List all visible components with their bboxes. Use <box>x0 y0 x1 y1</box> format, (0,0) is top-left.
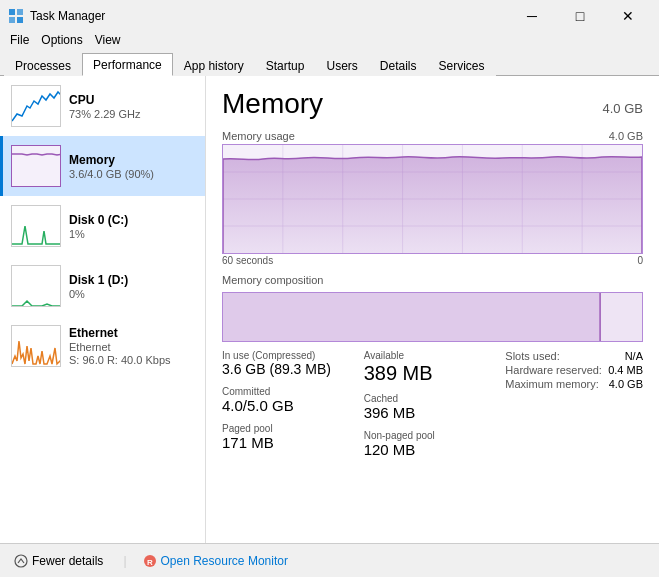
right-stats: Slots used: N/A Hardware reserved: 0.4 M… <box>505 350 643 459</box>
stats-grid: In use (Compressed) 3.6 GB (89.3 MB) Com… <box>222 350 643 459</box>
cached-label: Cached <box>364 393 502 404</box>
slots-used-value: N/A <box>625 350 643 362</box>
maximum-memory-value: 4.0 GB <box>609 378 643 390</box>
non-paged-value: 120 MB <box>364 441 502 459</box>
disk0-label: Disk 0 (C:) <box>69 213 197 227</box>
window-title: Task Manager <box>30 9 105 23</box>
detail-header: Memory 4.0 GB <box>222 88 643 120</box>
tab-processes[interactable]: Processes <box>4 54 82 76</box>
memory-thumbnail <box>11 145 61 187</box>
sidebar-item-memory[interactable]: Memory 3.6/4.0 GB (90%) <box>0 136 205 196</box>
svg-rect-2 <box>9 17 15 23</box>
disk1-label: Disk 1 (D:) <box>69 273 197 287</box>
available-cell: Available 389 MB <box>364 350 502 385</box>
sidebar-item-ethernet[interactable]: Ethernet Ethernet S: 96.0 R: 40.0 Kbps <box>0 316 205 376</box>
cached-cell: Cached 396 MB <box>364 393 502 422</box>
main-content: CPU 73% 2.29 GHz Memory 3.6/4.0 GB (90%) <box>0 76 659 543</box>
app-icon <box>8 8 24 24</box>
in-use-cell: In use (Compressed) 3.6 GB (89.3 MB) <box>222 350 360 378</box>
bottom-bar: Fewer details | R Open Resource Monitor <box>0 543 659 577</box>
title-bar: Task Manager ─ □ ✕ <box>0 0 659 30</box>
maximize-button[interactable]: □ <box>557 1 603 31</box>
ethernet-sublabel: Ethernet <box>69 341 197 353</box>
detail-panel: Memory 4.0 GB Memory usage 4.0 GB <box>206 76 659 543</box>
sidebar-item-cpu[interactable]: CPU 73% 2.29 GHz <box>0 76 205 136</box>
disk1-info: Disk 1 (D:) 0% <box>69 273 197 300</box>
tab-details[interactable]: Details <box>369 54 428 76</box>
memory-usage-section: Memory usage 4.0 GB <box>222 130 643 266</box>
memory-info: Memory 3.6/4.0 GB (90%) <box>69 153 197 180</box>
detail-title: Memory <box>222 88 323 120</box>
fewer-details-label: Fewer details <box>32 554 103 568</box>
stats-col2: Available 389 MB Cached 396 MB Non-paged… <box>364 350 502 459</box>
svg-rect-0 <box>9 9 15 15</box>
maximum-memory-label: Maximum memory: <box>505 378 599 390</box>
paged-pool-cell: Paged pool 171 MB <box>222 423 360 452</box>
memory-sublabel: 3.6/4.0 GB (90%) <box>69 168 197 180</box>
memory-label: Memory <box>69 153 197 167</box>
cpu-info: CPU 73% 2.29 GHz <box>69 93 197 120</box>
memory-composition-graph <box>222 292 643 342</box>
ethernet-label: Ethernet <box>69 326 197 340</box>
svg-rect-3 <box>17 17 23 23</box>
hardware-reserved-label: Hardware reserved: <box>505 364 602 376</box>
disk1-sublabel: 0% <box>69 288 197 300</box>
ethernet-sublabel2: S: 96.0 R: 40.0 Kbps <box>69 354 197 366</box>
fewer-details-button[interactable]: Fewer details <box>10 552 107 570</box>
open-resource-monitor-container: R Open Resource Monitor <box>143 554 288 568</box>
memory-usage-graph <box>222 144 643 254</box>
paged-pool-label: Paged pool <box>222 423 360 434</box>
disk1-thumbnail <box>11 265 61 307</box>
menu-view[interactable]: View <box>89 31 127 49</box>
non-paged-label: Non-paged pool <box>364 430 502 441</box>
graph-usage-label: Memory usage 4.0 GB <box>222 130 643 142</box>
graph-composition-label: Memory composition <box>222 274 643 286</box>
ethernet-thumbnail <box>11 325 61 367</box>
menu-bar: File Options View <box>0 30 659 50</box>
non-paged-cell: Non-paged pool 120 MB <box>364 430 502 459</box>
svg-text:R: R <box>147 557 153 566</box>
disk0-thumbnail <box>11 205 61 247</box>
menu-file[interactable]: File <box>4 31 35 49</box>
cached-value: 396 MB <box>364 404 502 422</box>
hardware-reserved-value: 0.4 MB <box>608 364 643 376</box>
memory-composition-section: Memory composition <box>222 274 643 342</box>
sidebar-item-disk1[interactable]: Disk 1 (D:) 0% <box>0 256 205 316</box>
in-use-label: In use (Compressed) <box>222 350 360 361</box>
disk0-sublabel: 1% <box>69 228 197 240</box>
tab-startup[interactable]: Startup <box>255 54 316 76</box>
tab-services[interactable]: Services <box>428 54 496 76</box>
committed-value: 4.0/5.0 GB <box>222 397 360 415</box>
svg-point-17 <box>15 555 27 567</box>
sidebar-item-disk0[interactable]: Disk 0 (C:) 1% <box>0 196 205 256</box>
committed-cell: Committed 4.0/5.0 GB <box>222 386 360 415</box>
tab-bar: Processes Performance App history Startu… <box>0 50 659 76</box>
window-controls: ─ □ ✕ <box>509 1 651 31</box>
tab-app-history[interactable]: App history <box>173 54 255 76</box>
minimize-button[interactable]: ─ <box>509 1 555 31</box>
tab-performance[interactable]: Performance <box>82 53 173 76</box>
tab-users[interactable]: Users <box>315 54 368 76</box>
cpu-sublabel: 73% 2.29 GHz <box>69 108 197 120</box>
svg-rect-15 <box>600 293 642 342</box>
open-resource-monitor-link[interactable]: Open Resource Monitor <box>161 554 288 568</box>
slots-used-label: Slots used: <box>505 350 559 362</box>
in-use-value: 3.6 GB (89.3 MB) <box>222 361 360 378</box>
resource-monitor-icon: R <box>143 554 157 568</box>
graph-time-labels: 60 seconds 0 <box>222 255 643 266</box>
sidebar: CPU 73% 2.29 GHz Memory 3.6/4.0 GB (90%) <box>0 76 206 543</box>
slots-used-row: Slots used: N/A <box>505 350 643 362</box>
svg-rect-1 <box>17 9 23 15</box>
cpu-thumbnail <box>11 85 61 127</box>
available-label: Available <box>364 350 502 361</box>
svg-rect-4 <box>12 146 61 187</box>
stats-col1: In use (Compressed) 3.6 GB (89.3 MB) Com… <box>222 350 360 459</box>
available-value: 389 MB <box>364 361 502 385</box>
disk0-info: Disk 0 (C:) 1% <box>69 213 197 240</box>
ethernet-info: Ethernet Ethernet S: 96.0 R: 40.0 Kbps <box>69 326 197 366</box>
menu-options[interactable]: Options <box>35 31 88 49</box>
cpu-label: CPU <box>69 93 197 107</box>
close-button[interactable]: ✕ <box>605 1 651 31</box>
maximum-memory-row: Maximum memory: 4.0 GB <box>505 378 643 390</box>
committed-label: Committed <box>222 386 360 397</box>
